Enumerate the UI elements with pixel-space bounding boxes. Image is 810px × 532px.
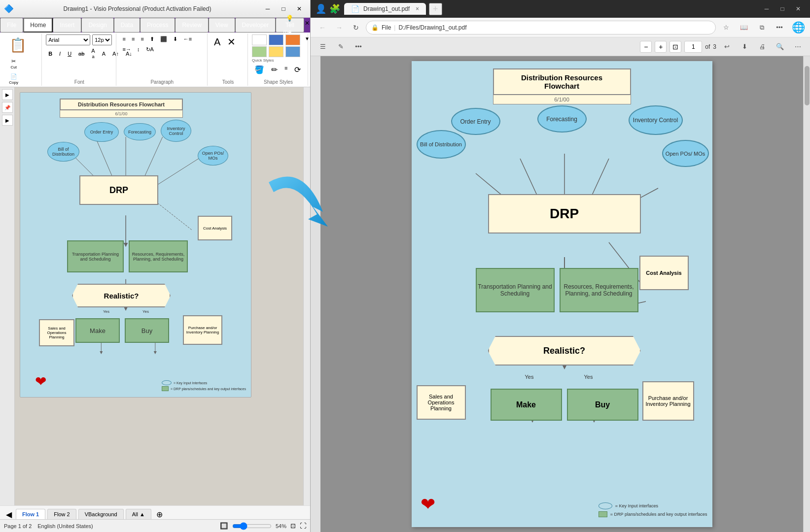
transportation-node: Transportation Planning and Scheduling — [67, 240, 124, 272]
ribbon-close-button[interactable]: ✕ — [304, 18, 310, 29]
tab-flow1[interactable]: Flow 1 — [16, 509, 45, 519]
align-middle-button[interactable]: ⬛ — [158, 34, 170, 44]
restore-button[interactable]: □ — [277, 3, 290, 14]
favorites-button[interactable]: ☆ — [719, 21, 734, 34]
underline-button[interactable]: U — [65, 49, 74, 58]
visio-titlebar: 🔷 Drawing1 - Visio Professional (Product… — [0, 0, 310, 18]
paste-button[interactable]: 📋 — [5, 34, 31, 56]
line-color-button[interactable]: ✏ — [269, 64, 280, 76]
fit-button[interactable]: 🔲 — [220, 522, 228, 530]
align-right-button[interactable]: ≡ — [138, 34, 146, 44]
decrease-indent-button[interactable]: ←≡ — [181, 34, 194, 44]
increase-indent-button[interactable]: ≡→ — [120, 45, 134, 54]
back-button[interactable]: ← — [316, 21, 329, 34]
pdf-restore-button[interactable]: □ — [775, 3, 789, 14]
strikethrough-button[interactable]: ab — [76, 49, 87, 58]
tab-view[interactable]: View — [209, 18, 235, 33]
align-center-button[interactable]: ≡ — [129, 34, 137, 44]
total-pages: 3 — [713, 43, 716, 50]
pdf-close-button[interactable]: ✕ — [791, 3, 805, 14]
address-bar[interactable]: 🔒 File | D:/Files/Drawing1_out.pdf — [366, 21, 716, 34]
pdf-scrollbar-right[interactable] — [803, 56, 810, 532]
pdf-tab-close[interactable]: × — [416, 5, 419, 12]
cursor-tool-button[interactable]: ✎ — [333, 40, 348, 54]
style-5[interactable] — [269, 46, 283, 57]
tab-home[interactable]: Home — [23, 18, 53, 33]
tab-all[interactable]: All ▲ — [126, 509, 151, 519]
more-tools-button[interactable]: ••• — [351, 40, 366, 54]
tab-flow2[interactable]: Flow 2 — [47, 509, 76, 519]
expand-button[interactable]: ▶ — [2, 115, 13, 126]
status-bar: Page 1 of 2 English (United States) 🔲 54… — [0, 519, 310, 532]
ribbon: File Home Insert Design Data Process Rev… — [0, 18, 310, 87]
font-size-select[interactable]: 12pt. — [92, 34, 112, 45]
forward-button[interactable]: → — [332, 21, 346, 34]
print-button[interactable]: 🖨 — [755, 40, 770, 54]
tab-review[interactable]: Review — [175, 18, 208, 33]
new-tab-button[interactable]: + — [429, 3, 442, 15]
canvas-scroll-right[interactable] — [303, 87, 310, 505]
copy-button[interactable]: 📄 Copy — [5, 72, 22, 86]
pdf-active-tab[interactable]: 📄 Drawing1_out.pdf × — [344, 3, 426, 15]
zoom-out-button[interactable]: − — [640, 41, 652, 53]
font-name-select[interactable]: Arial — [46, 34, 90, 45]
zoom-in-button[interactable]: + — [655, 41, 667, 53]
effects-button[interactable]: ⟳ — [292, 64, 303, 76]
pin-button[interactable]: 📌 — [2, 102, 13, 113]
align-left-button[interactable]: ≡ — [120, 34, 128, 44]
tab-vbackground[interactable]: VBackground — [78, 509, 124, 519]
style-3[interactable] — [285, 34, 300, 45]
pdf-search-button[interactable]: 🔍 — [773, 40, 787, 54]
tab-data[interactable]: Data — [114, 18, 140, 33]
font-color-button[interactable]: A — [100, 49, 108, 58]
page-number-input[interactable] — [684, 41, 702, 53]
tab-insert[interactable]: Insert — [53, 18, 81, 33]
sidebar-toggle-button[interactable]: ☰ — [316, 40, 330, 54]
style-4[interactable] — [252, 46, 267, 57]
save-pdf-button[interactable]: ⬇ — [737, 40, 752, 54]
minimize-button[interactable]: ─ — [261, 3, 275, 14]
more-options-button[interactable]: ••• — [772, 21, 787, 34]
align-top-button[interactable]: ⬆ — [147, 34, 157, 44]
bold-button[interactable]: B — [46, 49, 55, 58]
tab-design[interactable]: Design — [81, 18, 113, 33]
fit-page-button[interactable]: ⊡ — [669, 41, 681, 53]
add-sheet-button[interactable]: ⊕ — [153, 510, 166, 519]
profile-icon[interactable]: 👤 — [316, 3, 326, 14]
tab-file[interactable]: File — [0, 18, 23, 33]
text-direction-button[interactable]: ↻A — [143, 45, 156, 54]
style-2[interactable] — [269, 34, 283, 45]
expand-shapes-button[interactable]: ▶ — [2, 89, 13, 100]
pdf-minimize-button[interactable]: ─ — [760, 3, 774, 14]
zoom-fit-button[interactable]: ⊡ — [290, 522, 296, 530]
diagram-canvas[interactable]: Distribution Resources Flowchart 6/1/00 … — [15, 87, 303, 505]
rotate-button[interactable]: ↩ — [719, 40, 734, 54]
tab-developer[interactable]: Developer — [235, 18, 276, 33]
insert-shape-button[interactable]: ✕ — [225, 34, 238, 49]
fill-color-button[interactable]: 🪣 — [252, 64, 267, 76]
text-box-button[interactable]: A — [211, 35, 223, 49]
extensions-icon[interactable]: 🧩 — [329, 3, 340, 14]
line-weight-button[interactable]: ≡ — [282, 64, 290, 76]
tab-tell-me[interactable]: 💡 Tell me... — [276, 18, 304, 33]
read-view-button[interactable]: 📖 — [737, 21, 751, 34]
pdf-scroll-thumb[interactable] — [805, 66, 810, 105]
scroll-tabs-left[interactable]: ◀ — [4, 510, 14, 519]
close-button[interactable]: ✕ — [292, 3, 306, 14]
align-bottom-button[interactable]: ⬇ — [171, 34, 180, 44]
zoom-slider[interactable] — [232, 522, 272, 530]
full-screen-button[interactable]: ⛶ — [300, 522, 306, 530]
order-entry-node: Order Entry — [84, 122, 119, 142]
collections-button[interactable]: ⧉ — [754, 21, 769, 34]
subscript-button[interactable]: Aa — [89, 46, 97, 61]
line-spacing-button[interactable]: ↕ — [135, 45, 142, 54]
pdf-more-button[interactable]: ⋯ — [790, 40, 805, 54]
refresh-button[interactable]: ↻ — [349, 21, 363, 34]
cut-button[interactable]: ✂ Cut — [5, 57, 22, 71]
style-1[interactable] — [252, 34, 267, 45]
italic-button[interactable]: I — [57, 49, 63, 58]
pdf-buy: Buy — [567, 389, 638, 421]
tab-process[interactable]: Process — [140, 18, 175, 33]
pdf-page-area[interactable]: Distribution Resources Flowchart 6/1/00 … — [320, 56, 803, 532]
style-6[interactable] — [285, 46, 300, 57]
